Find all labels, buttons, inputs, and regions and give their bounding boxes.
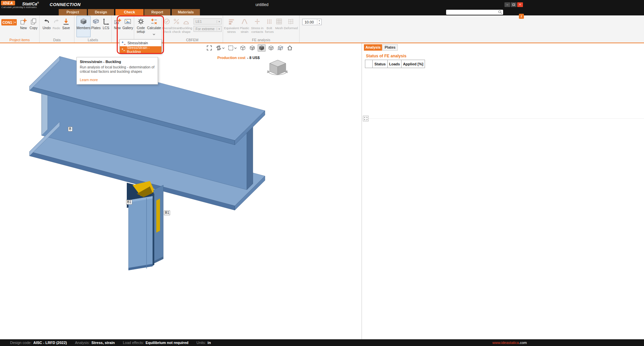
shaded-cube-icon: [249, 45, 255, 51]
tagline: Calculate yesterday's estimates: [1, 6, 37, 9]
plates-button[interactable]: Plates: [91, 16, 101, 37]
expand-icon: [364, 117, 368, 120]
search-box: [446, 10, 503, 15]
group-label-data: Data: [40, 38, 74, 42]
chevron-down-icon: [222, 47, 225, 49]
minimize-button[interactable]: –: [504, 2, 510, 7]
document-title: untitled: [256, 2, 269, 7]
ribbon-group-gallery: New Gallery: [112, 15, 134, 43]
plates-icon: [92, 17, 100, 25]
plates-label: Plates: [91, 26, 101, 30]
info-button[interactable]: i: [519, 14, 524, 19]
table-header-applied: Applied [%]: [401, 60, 425, 68]
transparent-cube-icon: [268, 45, 274, 51]
expand-panel-button[interactable]: [363, 116, 369, 121]
new-item-label: New: [20, 26, 27, 30]
new-picture-icon: [114, 17, 121, 25]
tooltip-title: Stress/strain - Buckling: [80, 60, 155, 64]
stress-in-contacts-label: Stress in contacts: [250, 26, 264, 34]
copy-icon: [30, 17, 37, 25]
fit-view-button[interactable]: [205, 44, 213, 52]
menu-item-stress-strain-buckling[interactable]: Stress/strain - Buckling: [120, 46, 161, 53]
con-selector[interactable]: CON1▾: [1, 19, 17, 25]
view-transparent-button[interactable]: [267, 44, 275, 52]
module-title: CONNECTION: [50, 2, 80, 7]
statusbar: Design code: AISC - LRFD (2022) Analysis…: [0, 339, 644, 346]
maximize-button[interactable]: [511, 2, 517, 7]
strain-check-icon: [173, 17, 180, 25]
load-case-value: LE1: [196, 19, 202, 23]
tab-project[interactable]: Project: [59, 9, 87, 15]
member-label-beam[interactable]: B: [68, 127, 72, 131]
fe-analysis-table: Status Loads Applied [%]: [365, 60, 425, 68]
fit-view-icon: [206, 45, 212, 51]
spinner-down-button[interactable]: ▾: [317, 22, 321, 25]
scale-value[interactable]: 10.00: [303, 20, 317, 24]
buckling-shape-label: Buckling shape: [180, 26, 192, 34]
spinner-up-button[interactable]: ▴: [317, 19, 321, 22]
copy-button[interactable]: Copy: [29, 16, 39, 37]
redo-label: Redo: [53, 26, 60, 30]
menu-item-stress-strain[interactable]: Stress/strain: [120, 40, 161, 46]
orbit-button[interactable]: [215, 44, 225, 52]
tab-plates[interactable]: Plates: [382, 44, 398, 51]
stress-strain-icon: [121, 41, 126, 45]
home-view-button[interactable]: [286, 44, 294, 52]
selection-mode-button[interactable]: [227, 44, 237, 52]
code-setup-button[interactable]: Code setup: [135, 16, 147, 37]
save-label: Save: [62, 26, 70, 30]
deformed-label: Deformed: [284, 26, 298, 30]
tab-report[interactable]: Report: [144, 9, 170, 15]
wireframe-cube-icon: [240, 45, 246, 51]
scene-canvas[interactable]: [0, 43, 362, 339]
website-link[interactable]: www.ideastatica.com: [492, 341, 527, 345]
load-effects-label: Load effects:: [123, 341, 144, 345]
learn-more-link[interactable]: Learn more: [80, 78, 98, 82]
navigation-cube-icon: [266, 58, 289, 77]
mesh-icon: [275, 17, 283, 25]
close-button[interactable]: ×: [517, 2, 523, 7]
member-label-plate[interactable]: B1: [164, 211, 170, 215]
plastic-strain-button: Plastic strain: [239, 16, 250, 37]
calculate-button[interactable]: Calculate: [147, 16, 161, 37]
new-picture-button[interactable]: New: [113, 16, 122, 37]
analysis-value: Stress, strain: [92, 341, 115, 345]
analysis-label: Analysis:: [75, 341, 90, 345]
home-icon: [287, 45, 293, 51]
tab-analysis[interactable]: Analysis: [364, 44, 382, 51]
tooltip: Stress/strain - Buckling Run analysis of…: [76, 57, 158, 84]
ribbon-group-scale: 10.00 ▴ ▾: [300, 15, 326, 43]
minimize-icon: –: [506, 3, 508, 6]
tab-materials[interactable]: Materials: [172, 9, 200, 15]
view-wireframe-button[interactable]: [239, 44, 247, 52]
plastic-strain-icon: [241, 17, 248, 25]
save-button[interactable]: Save: [61, 16, 71, 37]
maximize-icon: [513, 4, 515, 6]
strain-check-button: Strain check: [172, 16, 181, 37]
tab-check[interactable]: Check: [115, 9, 144, 15]
extreme-select: For extreme▾: [194, 26, 222, 32]
search-input[interactable]: [446, 10, 498, 14]
members-icon: [80, 17, 87, 25]
code-setup-label: Code setup: [135, 26, 147, 34]
viewport-3d[interactable]: Production cost- 8 US$ B B1 B1: [0, 43, 362, 339]
lcs-label: LCS: [103, 26, 109, 30]
members-label: Members: [76, 26, 91, 30]
tab-design[interactable]: Design: [88, 9, 114, 15]
section-view-button[interactable]: [276, 44, 284, 52]
bolt-forces-button: Bolt forces: [264, 16, 274, 37]
members-button[interactable]: Members: [76, 16, 91, 37]
new-item-button[interactable]: New: [18, 16, 29, 37]
navigation-cube[interactable]: [266, 58, 289, 79]
undo-button[interactable]: Undo: [42, 16, 52, 37]
search-icon: [498, 10, 503, 14]
right-panel: Analysis Plates Status of FE analysis St…: [362, 43, 644, 339]
gallery-button[interactable]: Gallery: [122, 16, 134, 37]
member-label-column[interactable]: B1: [126, 200, 132, 205]
lcs-button[interactable]: LCS: [101, 16, 111, 37]
view-shaded-edges-button[interactable]: [248, 44, 256, 52]
section-plane-icon: [277, 45, 283, 51]
view-solid-button[interactable]: [258, 44, 266, 52]
website-tld: .com: [519, 341, 527, 345]
viewport-toolbar: [205, 44, 294, 52]
